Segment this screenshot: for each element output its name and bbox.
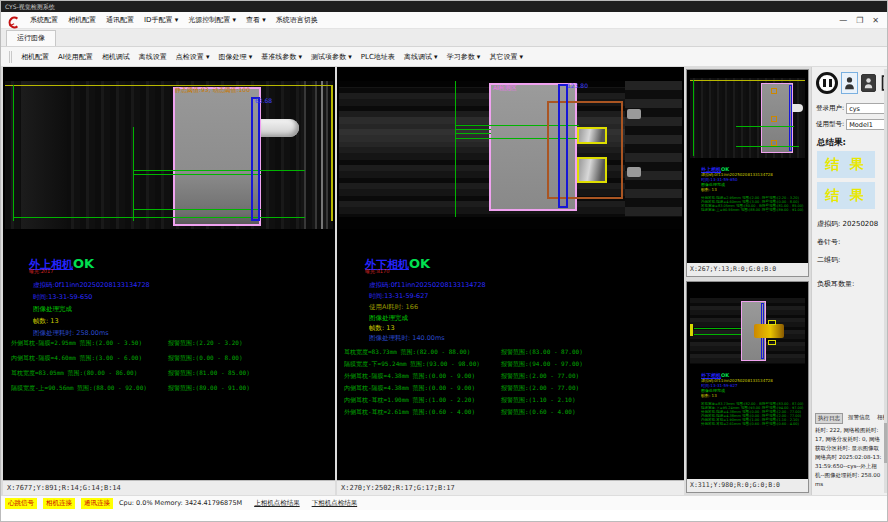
time-text: 时间:13-31-59-627 [369,292,428,301]
login-user-button[interactable] [841,72,858,94]
toolbar: 相机配置 AI使用配置 相机调试 离线设置 点检设置 ▾ 图像处理 ▾ 基准线参… [1,47,887,67]
menu-view[interactable]: 查看 ▾ [246,15,266,25]
tool-ai-config[interactable]: AI使用配置 [58,52,93,62]
image-texture [321,81,323,229]
result-box-upper: 结 果 [817,151,875,178]
tool-plc-table[interactable]: PLC地址表 [361,52,395,62]
overlay-green-line [133,170,305,171]
threshold-overlay-text: 静态阈值:93, 动态阈值:100 [175,86,250,95]
pixel-coordinate-readout: X:311;Y:980;R:0;G:0;B:0 [687,479,808,492]
tool-offline-debug[interactable]: 离线调试 ▾ [404,52,438,62]
login-user-input[interactable]: cys [846,103,885,114]
log-section: 执行日志 报警信息 相机信息 耗时: 222, 网络检图耗时: 17, 网络分发… [815,413,882,493]
image-texture [627,109,641,119]
toolbar-grip[interactable] [9,51,12,63]
login-user-row: 登录用户: cys [816,103,885,114]
thumbnail-image [690,78,805,158]
qr-code-label: 二维码: [817,255,840,265]
measurement-value: 内侧耳枕-隔膜=4.38mm 范围:(0.00 - 9.00) [344,384,501,393]
camera-image-upper[interactable]: 静态阈值:93, 动态阈值:100 63.68 [5,81,333,229]
overlay-green-line [133,209,261,210]
image-texture [625,81,682,217]
elapsed-text: 图像处理耗时: 140.00ms [369,334,445,343]
image-texture [21,81,67,229]
menu-light-config[interactable]: 光源控制配置 ▾ [188,15,236,25]
status-ok: OK [73,256,94,271]
frame-count-text: 帧数: 13 [33,317,59,326]
overlay-green-line [13,85,14,221]
ai-elapsed-text: 使用AI耗时: 166 [369,303,418,312]
menu-system-config[interactable]: 系统配置 [30,15,58,25]
alarm-range: 报警范围:(0.60 - 4.00) [501,408,576,417]
maximize-icon[interactable]: ❐ [856,16,863,25]
image-texture [627,167,641,177]
menu-id-config[interactable]: ID手配置 ▾ [144,15,178,25]
tool-other-setting[interactable]: 其它设置 ▾ [489,52,523,62]
tool-camera-debug[interactable]: 相机调试 [102,52,130,62]
measurement-value: 耳枕宽度=83.05mm 范围:(80.00 - 86.00) [11,369,168,378]
thumbnail-view-lower[interactable]: 外下相机OK 虚拟码:0f11inn20250208133134728 时间:1… [686,281,809,493]
ai-region-label: AI检测区 [493,84,517,93]
model-label: 使用型号: [816,120,844,129]
tool-camera-config[interactable]: 相机配置 [21,52,49,62]
camera-connect-badge: 相机连接 [43,498,75,509]
tool-learn-params[interactable]: 学习参数 ▾ [447,52,481,62]
measure-value-overlay: 123.80 [567,82,588,89]
tool-spot-check[interactable]: 点检设置 ▾ [176,52,210,62]
menu-camera-config[interactable]: 相机配置 [68,15,96,25]
tab-detect-yellow-box [577,157,607,183]
measurement-row: 内侧耳枕-隔膜=4.60mm 范围:(3.00 - 6.00) 报警范围:(0.… [11,354,243,363]
camera-image-lower[interactable]: AI检测区 123.80 [339,81,682,229]
tool-offline-setting[interactable]: 离线设置 [139,52,167,62]
heartbeat-badge: 心跳信号 [5,498,37,509]
camera-panel-upper: 静态阈值:93, 动态阈值:100 63.68 外上相机OK 曝光:2017 虚… [3,67,335,495]
menu-comm-config[interactable]: 通讯配置 [106,15,134,25]
login-user-label: 登录用户: [816,104,844,113]
tool-image-process[interactable]: 图像处理 ▾ [219,52,253,62]
measurement-value: 外侧耳枕-耳枕=2.61mm 范围:(0.60 - 4.00) [344,408,501,417]
model-input[interactable]: Model1 [846,119,885,130]
camera-panel-lower: AI检测区 123.80 外下相机OK 曝光:8170 虚拟码:0f11inn2… [337,67,684,495]
pause-button[interactable] [816,72,838,94]
tool-baseline-params[interactable]: 基准线参数 ▾ [261,52,302,62]
measure-roi-blue [251,97,260,221]
log-tab-alarm[interactable]: 报警信息 [846,413,872,424]
user-dark-icon [864,77,873,89]
alarm-range: 报警范围:(81.00 - 85.00) [168,369,250,378]
pixel-coordinate-readout: X:267;Y:13;R:0;G:0;B:0 [687,263,808,276]
alarm-range: 报警范围:(83.00 - 87.00) [501,348,583,357]
close-icon[interactable]: ✕ [872,16,879,25]
barcode-text: 虚拟码:0f11inn20250208133134728 [33,281,150,290]
lower-camera-check-link[interactable]: 下相机点检结果 [312,499,358,508]
scrollbar-thumb[interactable] [884,423,888,463]
measurement-row: 隔膜宽度-下=95.24mm 范围:(93.00 - 98.00) 报警范围:(… [344,360,583,369]
tab-run-image[interactable]: 运行图像 [6,30,56,46]
tool-test-params[interactable]: 测试项参数 ▾ [311,52,352,62]
status-ok: OK [409,256,430,271]
window-controls: — ❐ ✕ [839,16,881,25]
measure-roi-blue [558,84,568,208]
title-bar: CYS-视觉检测系统 [1,1,887,12]
measurement-row: 耳枕宽度=83.05mm 范围:(80.00 - 86.00) 报警范围:(81… [11,369,250,378]
thumbnail-view-upper[interactable]: 外上相机OK 虚拟码:0f11inn20250208133134728 时间:1… [686,69,809,277]
measurement-row: 内侧耳枕-耳枕=1.90mm 范围:(1.00 - 2.20) 报警范围:(1.… [344,396,576,405]
operator-button[interactable] [861,74,876,92]
process-done-text: 图像处理完成 [33,305,72,314]
pixel-coordinate-readout: X:7677;Y:891;R:14;G:14;B:14 [3,480,335,495]
comm-connect-badge: 通讯连接 [81,498,113,509]
minimize-icon[interactable]: — [839,16,847,25]
alarm-range: 报警范围:(1.10 - 2.10) [501,396,576,405]
measurement-row: 隔膜宽度-上=90.56mm 范围:(88.00 - 92.00) 报警范围:(… [11,384,250,393]
overlay-green-line [13,217,305,218]
measurement-row: 外侧耳枕-耳枕=2.61mm 范围:(0.60 - 4.00) 报警范围:(0.… [344,408,576,417]
menu-language[interactable]: 系统语言切换 [276,15,318,25]
alarm-range: 报警范围:(0.00 - 8.00) [168,354,243,363]
measurement-value: 外侧耳枕-隔膜=4.38mm 范围:(0.00 - 9.00) [344,372,501,381]
measurement-row: 内侧耳枕-隔膜=4.38mm 范围:(0.00 - 9.00) 报警范围:(2.… [344,384,579,393]
log-tab-run[interactable]: 执行日志 [815,413,843,424]
alarm-range: 报警范围:(89.00 - 91.00) [168,384,250,393]
side-panel: 登录用户: cys 使用型号: Model1 总结果: 结 果 结 果 虚拟码:… [811,67,888,495]
upper-camera-check-link[interactable]: 上相机点检结果 [254,499,300,508]
log-scrollbar[interactable] [884,69,888,493]
measure-value-overlay: 63.68 [255,97,272,104]
